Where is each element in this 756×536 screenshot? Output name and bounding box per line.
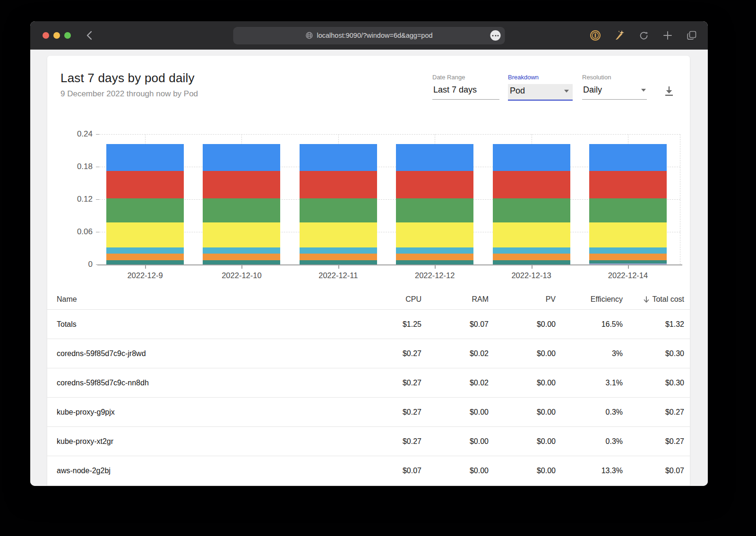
page-subtitle: 9 December 2022 through now by Pod [60,89,198,99]
cost-table: NameCPURAMPVEfficiencyTotal cost Totals$… [47,289,690,485]
column-header-total-cost[interactable]: Total cost [623,295,690,304]
bar-segment-green-segment[interactable] [300,198,377,223]
bar-segment-orange-segment[interactable] [300,254,377,260]
stacked-bar-chart: 00.060.120.180.24 2022-12-92022-12-10202… [47,127,690,274]
bar-segment-cyan-segment[interactable] [396,247,473,254]
bar-segment-red-segment[interactable] [493,171,570,198]
back-chevron-icon [86,31,92,40]
cell-value: $0.27 [354,379,421,387]
bar-segment-cyan-segment[interactable] [203,247,280,254]
bar-segment-red-segment[interactable] [106,171,184,198]
new-tab-button[interactable] [662,30,673,41]
cell-value: $0.00 [489,467,556,475]
table-row-coredns-59f85d7c9c-nn8dh[interactable]: coredns-59f85d7c9c-nn8dh$0.27$0.02$0.003… [47,368,690,398]
bar-segment-blue-segment[interactable] [106,144,184,171]
cell-value: 0.3% [556,437,623,446]
bar-segment-red-segment[interactable] [396,171,473,198]
date-range-field[interactable]: Date Range Last 7 days [432,74,499,100]
column-header-efficiency[interactable]: Efficiency [556,295,623,304]
bar-segment-teal-segment[interactable] [493,260,570,264]
table-header-row: NameCPURAMPVEfficiencyTotal cost [47,289,690,310]
bar-segment-yellow-segment[interactable] [300,222,377,247]
column-header-pv[interactable]: PV [489,295,556,304]
bar-segment-yellow-segment[interactable] [396,222,473,247]
y-axis-tick [96,134,99,135]
reload-icon [639,31,649,41]
table-row-kube-proxy-g9pjx[interactable]: kube-proxy-g9pjx$0.27$0.00$0.000.3%$0.27 [47,398,690,427]
bar-segment-green-segment[interactable] [589,198,667,223]
bar-segment-green-segment[interactable] [203,198,280,223]
gridline-horizontal [99,134,680,135]
y-axis-tick-label: 0.06 [47,227,93,237]
resolution-select[interactable]: Resolution Daily [582,74,647,100]
y-axis-tick [96,199,99,200]
download-button[interactable] [663,85,675,97]
bar-segment-orange-segment[interactable] [493,254,570,260]
bar-segment-red-segment[interactable] [300,171,377,198]
column-header-cpu[interactable]: CPU [354,295,421,304]
resolution-value: Daily [583,85,602,95]
table-row-aws-node-2g2bj[interactable]: aws-node-2g2bj$0.07$0.00$0.0013.3%$0.07 [47,456,690,485]
reload-button[interactable] [638,30,649,41]
address-bar[interactable]: localhost:9090/?window=6d&agg=pod [233,27,505,44]
chevron-down-icon [641,89,646,92]
bar-segment-cyan-segment[interactable] [106,247,184,254]
bar-segment-yellow-segment[interactable] [106,222,184,247]
column-header-ram[interactable]: RAM [421,295,489,304]
plus-icon [663,31,672,40]
cell-value: $0.00 [421,467,489,475]
bar-segment-orange-segment[interactable] [396,254,473,260]
minimize-window-button[interactable] [53,32,60,39]
bar-segment-green-segment[interactable] [396,198,473,223]
url-more-button[interactable] [490,30,501,41]
date-range-value: Last 7 days [433,85,477,95]
password-extension-button[interactable] [590,30,601,41]
table-row-totals[interactable]: Totals$1.25$0.07$0.0016.5%$1.32 [47,310,690,339]
bar-segment-teal-segment[interactable] [300,260,377,264]
bar-segment-blue-segment[interactable] [589,144,667,171]
bar-segment-green-segment[interactable] [493,198,570,223]
bar-segment-teal-segment[interactable] [396,260,473,264]
y-axis-tick [96,232,99,232]
bar-segment-teal-segment[interactable] [106,260,184,264]
cell-value: $0.00 [489,379,556,387]
y-axis-tick-label: 0 [47,260,93,269]
y-axis-tick-label: 0.24 [47,129,93,139]
bar-segment-teal-segment[interactable] [203,260,280,264]
bar-segment-yellow-segment[interactable] [493,222,570,247]
bar-segment-yellow-segment[interactable] [589,222,667,247]
bar-segment-green-segment[interactable] [106,198,184,223]
breakdown-select[interactable]: Breakdown Pod [508,74,573,101]
bar-segment-cyan-segment[interactable] [300,247,377,254]
table-row-coredns-59f85d7c9c-jr8wd[interactable]: coredns-59f85d7c9c-jr8wd$0.27$0.02$0.003… [47,339,690,368]
bar-segment-orange-segment[interactable] [203,254,280,260]
bar-segment-blue-segment[interactable] [493,144,570,171]
magic-wand-icon [614,30,625,41]
zoom-window-button[interactable] [64,32,71,39]
bar-segment-orange-segment[interactable] [589,254,667,260]
x-axis-tick [241,265,242,269]
bar-segment-blue-segment[interactable] [396,144,473,171]
bar-segment-blue-segment[interactable] [203,144,280,171]
bar-segment-yellow-segment[interactable] [203,222,280,247]
bar-segment-orange-segment[interactable] [106,254,184,260]
bar-segment-cyan-segment[interactable] [493,247,570,254]
cell-value: $0.00 [421,437,489,446]
bar-segment-blue-segment[interactable] [300,144,377,171]
back-button[interactable] [83,30,94,41]
close-window-button[interactable] [43,32,49,39]
wand-extension-button[interactable] [614,30,625,41]
bar-segment-cyan-segment[interactable] [589,247,667,254]
browser-window: localhost:9090/?window=6d&agg=pod [30,21,708,486]
cell-name: coredns-59f85d7c9c-nn8dh [47,379,354,387]
table-row-kube-proxy-xt2gr[interactable]: kube-proxy-xt2gr$0.27$0.00$0.000.3%$0.27 [47,427,690,456]
tab-overview-button[interactable] [686,30,697,41]
bar-segment-teal-segment[interactable] [589,260,667,264]
bar-segment-red-segment[interactable] [589,171,667,198]
bar-segment-red-segment[interactable] [203,171,280,198]
report-card: Last 7 days by pod daily 9 December 2022… [47,56,690,486]
column-header-name[interactable]: Name [47,295,354,304]
cell-value: $1.25 [354,320,421,329]
cell-value: $0.00 [489,320,556,329]
x-axis-tick-label: 2022-12-12 [395,271,475,280]
